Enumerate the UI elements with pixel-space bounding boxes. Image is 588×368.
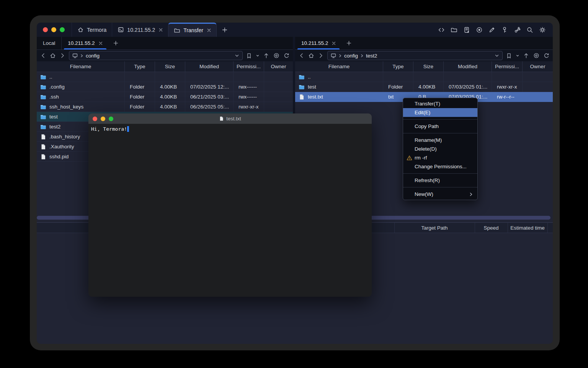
file-name: ssh_host_keys (49, 104, 83, 110)
close-icon[interactable] (99, 41, 103, 45)
folder-icon (40, 84, 46, 90)
upload-icon[interactable] (523, 53, 529, 59)
tab-termora[interactable]: Termora (72, 23, 112, 37)
column-header-filename[interactable]: Filename (295, 61, 383, 72)
table-row[interactable]: .. (295, 72, 553, 82)
column-header-filename[interactable]: Filename (37, 61, 125, 72)
pencil-icon[interactable] (488, 26, 495, 33)
editor-titlebar[interactable]: test.txt (88, 113, 372, 124)
text-cursor (127, 126, 129, 132)
close-window-button[interactable] (43, 27, 48, 32)
show-hidden-files-icon[interactable] (533, 53, 539, 59)
editor-text: Hi, Termora! (91, 126, 127, 132)
editor-minimize-button[interactable] (101, 117, 105, 121)
file-icon (40, 144, 46, 150)
tab-transfer[interactable]: Transfer (168, 23, 217, 37)
menu-item-rename[interactable]: Rename(M) (403, 136, 477, 145)
path-segment[interactable]: config (86, 53, 100, 59)
right-table-header: Filename Type Size Modified Permissi... … (295, 61, 553, 72)
folder-icon[interactable] (451, 26, 457, 33)
file-name: .bash_history (49, 134, 80, 140)
menu-item-edit[interactable]: Edit(E) (403, 108, 477, 117)
column-header-permissions[interactable]: Permissi... (234, 61, 264, 72)
editor-close-button[interactable] (93, 117, 97, 121)
bookmark-dropdown-icon[interactable] (516, 54, 519, 57)
refresh-icon[interactable] (284, 53, 289, 59)
table-row[interactable]: .. (37, 72, 293, 82)
tab-label: Transfer (183, 27, 203, 33)
home-icon[interactable] (308, 53, 314, 59)
forward-icon[interactable] (318, 53, 324, 59)
bookmark-dropdown-icon[interactable] (256, 54, 259, 57)
column-header-owner[interactable]: Owner (523, 61, 553, 72)
file-name: test (308, 84, 316, 90)
keychain-icon[interactable] (514, 26, 521, 33)
column-header-estimated-time[interactable]: Estimated time (508, 223, 547, 233)
log-icon[interactable] (463, 26, 470, 33)
file-icon (40, 134, 46, 140)
file-name: test.txt (308, 94, 323, 100)
left-toolbar-actions (246, 53, 289, 59)
editor-content[interactable]: Hi, Termora! (88, 124, 372, 297)
left-new-tab-button[interactable] (109, 37, 123, 49)
bookmark-icon[interactable] (506, 53, 512, 59)
column-header-size[interactable]: Size (155, 61, 185, 72)
code-icon[interactable] (438, 26, 445, 33)
forward-icon[interactable] (59, 53, 65, 59)
menu-separator (403, 187, 477, 187)
column-header-size[interactable]: Size (413, 61, 444, 72)
menu-item-refresh[interactable]: Refresh(R) (403, 176, 477, 185)
left-path-field[interactable]: config (69, 51, 243, 60)
column-header-target-path[interactable]: Target Path (394, 223, 475, 233)
column-header-type[interactable]: Type (383, 61, 413, 72)
settings-gear-icon[interactable] (539, 26, 546, 33)
chevron-down-icon[interactable] (495, 53, 499, 58)
search-icon[interactable] (526, 26, 533, 33)
warning-icon (407, 155, 412, 161)
chevron-down-icon[interactable] (235, 53, 239, 58)
column-header-modified[interactable]: Modified (185, 61, 234, 72)
show-hidden-files-icon[interactable] (273, 53, 279, 59)
home-icon[interactable] (50, 53, 56, 59)
menu-item-copy-path[interactable]: Copy Path (403, 122, 477, 131)
menu-item-delete[interactable]: Delete(D) (403, 145, 477, 153)
path-segment[interactable]: config (344, 53, 358, 59)
table-row[interactable]: ssh_host_keys Folder 4.00KB 06/26/2025 0… (37, 102, 293, 112)
upload-icon[interactable] (263, 53, 269, 59)
table-row[interactable]: test Folder 4.00KB 07/03/2025 01:... rwx… (295, 82, 553, 92)
right-path-field[interactable]: config test2 (327, 51, 503, 60)
editor-zoom-button[interactable] (109, 117, 113, 121)
minimize-window-button[interactable] (51, 27, 56, 32)
menu-item-rm-rf[interactable]: rm -rf (403, 153, 477, 162)
back-icon[interactable] (40, 53, 46, 59)
zoom-window-button[interactable] (60, 27, 65, 32)
close-icon[interactable] (207, 28, 211, 32)
tab-right-session[interactable]: 10.211.55.2 (295, 37, 342, 49)
key-icon[interactable] (501, 26, 508, 33)
table-row[interactable]: .config Folder 4.00KB 07/02/2025 12:... … (37, 82, 293, 92)
column-header-speed[interactable]: Speed (475, 223, 508, 233)
tab-session-10-211-55-2[interactable]: 10.211.55.2 (112, 23, 168, 37)
menu-item-new[interactable]: New(W) (403, 190, 477, 199)
new-tab-button[interactable] (217, 23, 233, 37)
record-icon[interactable] (476, 26, 483, 33)
menu-item-change-permissions[interactable]: Change Permissions... (403, 162, 477, 171)
back-icon[interactable] (299, 53, 305, 59)
path-segment[interactable]: test2 (366, 53, 377, 59)
tab-local[interactable]: Local (37, 37, 62, 49)
folder-icon (299, 84, 305, 90)
tab-left-session[interactable]: 10.211.55.2 (62, 37, 108, 49)
column-header-type[interactable]: Type (125, 61, 155, 72)
column-header-owner[interactable]: Owner (264, 61, 293, 72)
titlebar-actions (438, 23, 553, 37)
column-header-permissions[interactable]: Permissi... (492, 61, 523, 72)
menu-item-transfer[interactable]: Transfer(T) (403, 99, 477, 108)
file-name: test (49, 114, 58, 120)
close-icon[interactable] (159, 28, 163, 32)
right-new-tab-button[interactable] (342, 37, 356, 49)
table-row[interactable]: .ssh Folder 4.00KB 06/21/2025 03:... rwx… (37, 92, 293, 102)
close-icon[interactable] (332, 41, 336, 45)
column-header-modified[interactable]: Modified (444, 61, 492, 72)
bookmark-icon[interactable] (246, 53, 252, 59)
refresh-icon[interactable] (544, 53, 549, 59)
